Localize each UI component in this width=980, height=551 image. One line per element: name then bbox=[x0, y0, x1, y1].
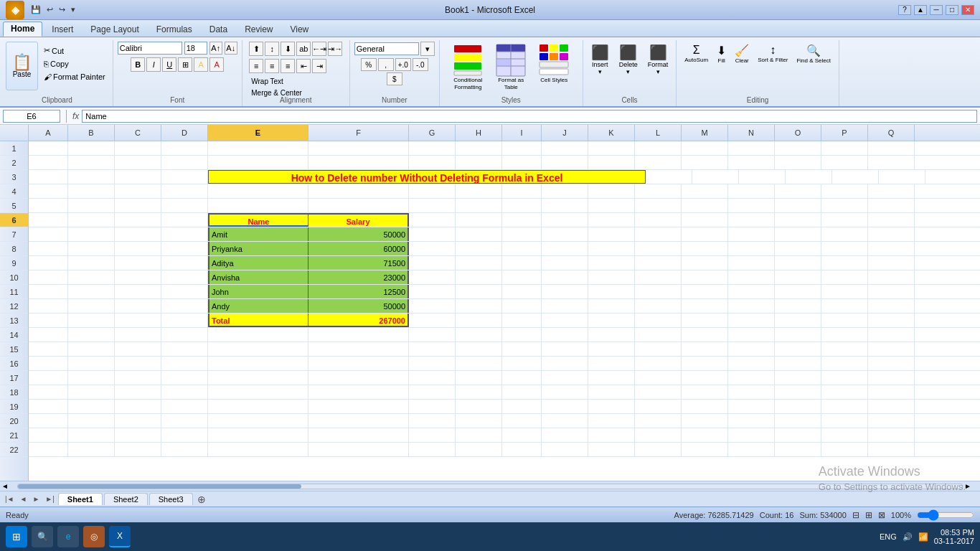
tab-view[interactable]: View bbox=[282, 22, 316, 37]
font-name-input[interactable] bbox=[118, 42, 182, 55]
tab-review[interactable]: Review bbox=[237, 22, 281, 37]
cell-n6[interactable] bbox=[728, 213, 775, 227]
cell-a3[interactable] bbox=[29, 170, 68, 184]
cell-d2[interactable] bbox=[161, 156, 208, 169]
cell-m4[interactable] bbox=[682, 184, 728, 198]
cell-e20[interactable] bbox=[208, 414, 308, 428]
cell-c7[interactable] bbox=[115, 227, 161, 241]
cell-reference-input[interactable] bbox=[3, 110, 60, 123]
cell-f21[interactable] bbox=[308, 428, 409, 442]
cell-d9[interactable] bbox=[161, 256, 208, 270]
cell-j18[interactable] bbox=[542, 385, 588, 399]
cell-n7[interactable] bbox=[728, 227, 775, 241]
cell-o19[interactable] bbox=[775, 400, 821, 413]
cell-b21[interactable] bbox=[68, 428, 115, 442]
row-num-11[interactable]: 11 bbox=[0, 285, 28, 299]
cell-b16[interactable] bbox=[68, 357, 115, 370]
cell-j12[interactable] bbox=[542, 299, 588, 313]
cell-a16[interactable] bbox=[29, 357, 68, 370]
col-header-k[interactable]: K bbox=[588, 125, 635, 141]
cell-b15[interactable] bbox=[68, 342, 115, 356]
cell-h2[interactable] bbox=[456, 156, 502, 169]
paste-button[interactable]: 📋 Paste bbox=[6, 42, 38, 90]
cell-m20[interactable] bbox=[682, 414, 728, 428]
cell-l5[interactable] bbox=[635, 199, 682, 212]
cell-c17[interactable] bbox=[115, 371, 161, 385]
sheet-tab-1[interactable]: Sheet1 bbox=[58, 493, 103, 505]
cell-l11[interactable] bbox=[635, 285, 682, 298]
row-num-16[interactable]: 16 bbox=[0, 357, 28, 371]
cell-m21[interactable] bbox=[682, 428, 728, 442]
sheet-tab-2[interactable]: Sheet2 bbox=[104, 493, 148, 505]
cell-d1[interactable] bbox=[161, 141, 208, 155]
cell-o5[interactable] bbox=[775, 199, 821, 212]
cell-q19[interactable] bbox=[868, 400, 915, 413]
cell-m6[interactable] bbox=[682, 213, 728, 227]
start-button[interactable]: ⊞ bbox=[6, 526, 27, 547]
cell-b22[interactable] bbox=[68, 443, 115, 456]
cell-k18[interactable] bbox=[588, 385, 635, 399]
fill-button[interactable]: ⬇ Fill bbox=[713, 42, 730, 66]
cell-n8[interactable] bbox=[728, 242, 775, 255]
cell-p21[interactable] bbox=[821, 428, 868, 442]
cell-j8[interactable] bbox=[542, 242, 588, 255]
cell-f17[interactable] bbox=[308, 371, 409, 385]
cell-n5[interactable] bbox=[728, 199, 775, 212]
bold-button[interactable]: B bbox=[131, 57, 145, 72]
autosum-button[interactable]: Σ AutoSum bbox=[681, 42, 712, 66]
decimal-increase-btn[interactable]: +.0 bbox=[395, 58, 411, 71]
cell-d11[interactable] bbox=[161, 285, 208, 298]
help-btn[interactable]: ? bbox=[898, 5, 911, 15]
cell-f14[interactable] bbox=[308, 328, 409, 342]
cell-h13[interactable] bbox=[456, 314, 502, 327]
cell-k21[interactable] bbox=[588, 428, 635, 442]
cell-l21[interactable] bbox=[635, 428, 682, 442]
cell-k8[interactable] bbox=[588, 242, 635, 255]
cell-d3[interactable] bbox=[161, 170, 208, 184]
insert-dropdown-icon[interactable]: ▾ bbox=[598, 68, 602, 75]
wrap-text-button[interactable]: Wrap Text bbox=[249, 76, 342, 87]
cell-m18[interactable] bbox=[682, 385, 728, 399]
cell-e14[interactable] bbox=[208, 328, 308, 342]
underline-button[interactable]: U bbox=[162, 57, 176, 72]
cell-j4[interactable] bbox=[542, 184, 588, 198]
scroll-right-btn[interactable]: ► bbox=[964, 482, 979, 490]
cell-i22[interactable] bbox=[502, 443, 542, 456]
cell-l10[interactable] bbox=[635, 270, 682, 284]
cell-k16[interactable] bbox=[588, 357, 635, 370]
cell-j22[interactable] bbox=[542, 443, 588, 456]
cell-m19[interactable] bbox=[682, 400, 728, 413]
insert-button[interactable]: ⬛ Insert ▾ bbox=[588, 42, 613, 77]
cell-b13[interactable] bbox=[68, 314, 115, 327]
row-num-5[interactable]: 5 bbox=[0, 199, 28, 213]
cell-q21[interactable] bbox=[868, 428, 915, 442]
format-painter-button[interactable]: 🖌 Format Painter bbox=[41, 71, 108, 83]
clear-button[interactable]: 🧹 Clear bbox=[731, 42, 753, 66]
cell-c13[interactable] bbox=[115, 314, 161, 327]
corner-cell[interactable] bbox=[0, 125, 29, 141]
cell-p22[interactable] bbox=[821, 443, 868, 456]
cell-p11[interactable] bbox=[821, 285, 868, 298]
cell-n19[interactable] bbox=[728, 400, 775, 413]
cell-d13[interactable] bbox=[161, 314, 208, 327]
cell-l4[interactable] bbox=[635, 184, 682, 198]
cell-g16[interactable] bbox=[409, 357, 456, 370]
cell-l2[interactable] bbox=[635, 156, 682, 169]
cell-h17[interactable] bbox=[456, 371, 502, 385]
cell-n2[interactable] bbox=[728, 156, 775, 169]
cell-i18[interactable] bbox=[502, 385, 542, 399]
cell-b5[interactable] bbox=[68, 199, 115, 212]
col-header-n[interactable]: N bbox=[728, 125, 775, 141]
cell-e10[interactable]: Anvisha bbox=[208, 270, 308, 284]
cell-j2[interactable] bbox=[542, 156, 588, 169]
cell-b6[interactable] bbox=[68, 213, 115, 227]
cell-d5[interactable] bbox=[161, 199, 208, 212]
row-num-13[interactable]: 13 bbox=[0, 314, 28, 328]
cell-h19[interactable] bbox=[456, 400, 502, 413]
zoom-slider[interactable] bbox=[917, 509, 974, 521]
office-button[interactable]: ◈ bbox=[6, 1, 24, 19]
cell-o21[interactable] bbox=[775, 428, 821, 442]
cell-p2[interactable] bbox=[821, 156, 868, 169]
cell-o14[interactable] bbox=[775, 328, 821, 342]
cell-g7[interactable] bbox=[409, 227, 456, 241]
